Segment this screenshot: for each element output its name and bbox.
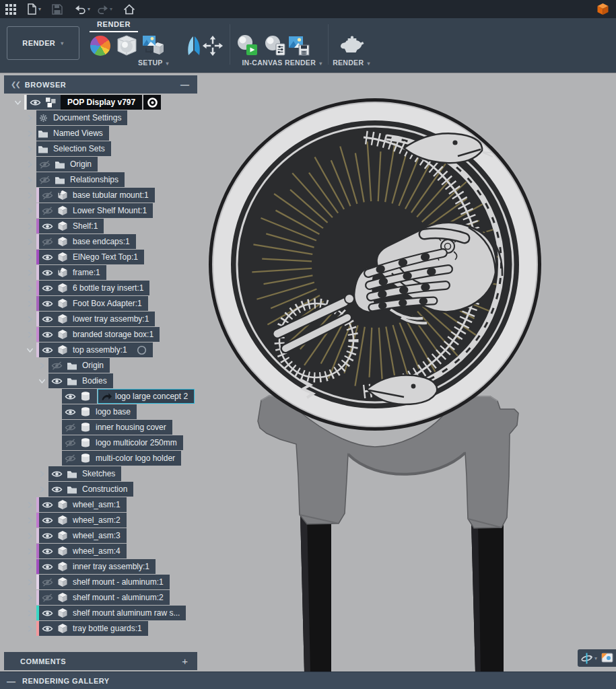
scene-settings-button[interactable] (114, 34, 139, 58)
undo-menu-caret[interactable]: ▾ (88, 6, 90, 12)
expand-toggle-icon[interactable] (24, 219, 35, 233)
browser-row[interactable]: logo large concept 2 (62, 389, 195, 404)
tab-render[interactable]: RENDER (90, 20, 138, 28)
browser-row[interactable]: logo base (62, 404, 137, 419)
expand-toggle-icon[interactable] (36, 373, 47, 388)
activate-root-radio[interactable] (143, 95, 161, 110)
expand-toggle-icon[interactable] (24, 157, 35, 172)
visibility-eye-icon[interactable] (39, 265, 56, 280)
visibility-eye-icon[interactable] (39, 528, 56, 543)
in-canvas-render-settings-button[interactable] (263, 34, 287, 58)
browser-row[interactable]: wheel_asm:4 (24, 544, 127, 558)
expand-toggle-icon[interactable] (24, 575, 35, 589)
expand-toggle-icon[interactable] (24, 172, 35, 187)
browser-row[interactable]: POP Display v797 (12, 95, 161, 110)
home-icon[interactable] (123, 3, 135, 16)
expand-toggle-icon[interactable] (24, 250, 35, 264)
visibility-eye-icon[interactable] (27, 95, 44, 110)
visibility-eye-icon[interactable] (39, 621, 56, 636)
expand-toggle-icon[interactable] (24, 621, 35, 636)
browser-row[interactable]: Origin (36, 358, 110, 373)
expand-toggle-icon[interactable] (24, 590, 35, 605)
in-canvas-render-button[interactable] (236, 34, 260, 58)
expand-toggle-icon[interactable] (12, 95, 23, 110)
expand-toggle-icon[interactable] (36, 466, 47, 481)
expand-toggle-icon[interactable] (24, 141, 35, 156)
visibility-eye-icon[interactable] (39, 559, 56, 574)
browser-row[interactable]: Foot Box Adapter:1 (24, 296, 148, 311)
visibility-eye-icon[interactable] (39, 234, 56, 249)
browser-row[interactable]: wheel_asm:2 (24, 513, 127, 528)
minimize-panel-icon[interactable]: — (180, 79, 189, 89)
expand-toggle-icon[interactable] (24, 234, 35, 249)
visibility-eye-icon[interactable] (62, 420, 79, 435)
expand-toggle-icon[interactable] (24, 606, 35, 620)
expand-toggle-icon[interactable] (24, 513, 35, 528)
visibility-eye-icon[interactable] (62, 404, 79, 419)
workspace-switcher-button[interactable]: RENDER ▾ (7, 26, 79, 60)
expand-toggle-icon[interactable] (24, 110, 35, 125)
visibility-eye-icon[interactable] (39, 606, 56, 620)
visibility-eye-icon[interactable] (39, 281, 56, 295)
visibility-eye-icon[interactable] (48, 466, 65, 481)
browser-row[interactable]: base endcaps:1 (24, 234, 136, 249)
browser-row[interactable]: Relationships (24, 172, 125, 187)
expand-toggle-icon[interactable] (24, 203, 35, 218)
browser-row[interactable]: Construction (36, 482, 133, 497)
group-label-in-canvas-render[interactable]: IN-CANVAS RENDER ▾ (228, 59, 337, 67)
browser-row[interactable]: Named Views (24, 126, 109, 141)
app-grid-icon[interactable] (5, 3, 16, 16)
browser-row[interactable]: frame:1 (24, 265, 106, 280)
expand-toggle-icon[interactable] (24, 126, 35, 141)
expand-toggle-icon[interactable] (24, 528, 35, 543)
group-label-setup[interactable]: SETUP ▾ (128, 59, 179, 67)
browser-row[interactable]: Sketches (36, 466, 121, 481)
visibility-eye-icon[interactable] (39, 513, 56, 528)
undo-icon[interactable] (75, 3, 86, 16)
visibility-eye-icon[interactable] (62, 451, 79, 466)
capture-image-button[interactable] (287, 34, 311, 58)
visibility-eye-icon[interactable] (36, 157, 53, 172)
gallery-minimize-icon[interactable]: — (7, 676, 15, 686)
collapse-panel-icon[interactable]: ❮❮ (11, 81, 20, 88)
expand-toggle-icon[interactable] (24, 265, 35, 280)
browser-row[interactable]: Document Settings (24, 110, 127, 125)
browser-row[interactable]: logo multicolor 250mm (62, 435, 183, 450)
expand-toggle-icon[interactable] (24, 497, 35, 512)
activate-component-radio[interactable] (137, 345, 147, 355)
orbit-icon[interactable] (580, 652, 593, 665)
save-icon[interactable] (52, 3, 63, 16)
add-comment-button[interactable]: + (182, 655, 188, 667)
expand-toggle-icon[interactable] (24, 544, 35, 558)
browser-row[interactable]: shelf mount - aluminum:2 (24, 590, 170, 605)
expand-toggle-icon[interactable] (36, 358, 47, 373)
browser-row[interactable]: Selection Sets (24, 141, 111, 156)
browser-row[interactable]: Bodies (36, 373, 113, 388)
orbit-menu-caret[interactable]: ▾ (594, 655, 597, 661)
visibility-eye-icon[interactable] (62, 389, 79, 404)
redo-icon[interactable] (97, 3, 108, 16)
browser-row[interactable]: Lower Shelf Mount:1 (24, 203, 153, 218)
browser-panel-header[interactable]: ❮❮ BROWSER — (4, 75, 197, 94)
expand-toggle-icon[interactable] (36, 482, 47, 497)
visibility-eye-icon[interactable] (48, 373, 65, 388)
expand-toggle-icon[interactable] (24, 296, 35, 311)
expand-toggle-icon[interactable] (24, 342, 35, 357)
expand-toggle-icon[interactable] (24, 559, 35, 574)
visibility-eye-icon[interactable] (39, 188, 56, 203)
visibility-eye-icon[interactable] (39, 296, 56, 311)
browser-row[interactable]: inner tray assembly:1 (24, 559, 156, 574)
redo-menu-caret[interactable]: ▾ (110, 6, 112, 12)
visibility-eye-icon[interactable] (48, 358, 65, 373)
browser-row[interactable]: lower tray assemby:1 (24, 312, 155, 326)
visibility-eye-icon[interactable] (39, 327, 56, 342)
expand-toggle-icon[interactable] (24, 312, 35, 326)
browser-row[interactable]: wheel_asm:3 (24, 528, 127, 543)
look-at-icon[interactable] (601, 652, 613, 664)
texture-map-controls-button[interactable] (141, 34, 166, 58)
browser-row[interactable]: Origin (24, 157, 98, 172)
browser-row[interactable]: shelf mount - aluminum:1 (24, 575, 170, 589)
browser-row[interactable]: ElNego Text Top:1 (24, 250, 144, 264)
browser-row[interactable]: base tubular mount:1 (24, 188, 155, 203)
visibility-eye-icon[interactable] (39, 590, 56, 605)
